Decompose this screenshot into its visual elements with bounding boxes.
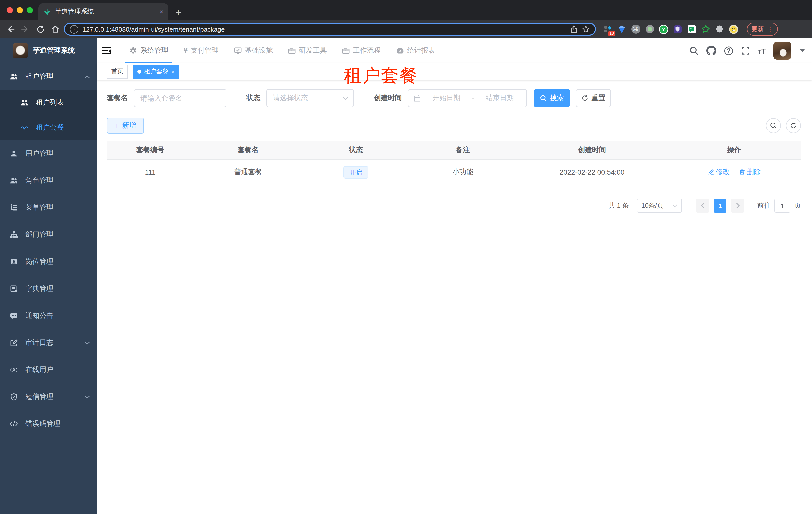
chevron-down-icon [85,341,90,345]
toolbox-icon [342,47,350,55]
users-icon [10,73,18,81]
extension-star-icon[interactable] [701,24,710,34]
fullscreen-icon[interactable] [741,46,751,55]
page-size-select[interactable]: 10条/页 [637,199,682,213]
monitor-icon [234,47,242,55]
close-window-button[interactable] [7,7,13,13]
sidebar-collapse-icon[interactable] [102,46,112,56]
sidebar-item-label: 部门管理 [26,230,54,239]
sidebar-item-menu-management[interactable]: 菜单管理 [0,194,97,221]
topnav-statistics[interactable]: 统计报表 [393,38,439,63]
code-icon [10,420,18,428]
back-icon[interactable] [4,23,17,35]
search-button[interactable]: 搜索 [534,89,570,107]
toolbox-icon [288,47,296,55]
traffic-lights[interactable] [7,7,33,13]
tag-close-icon[interactable]: × [172,68,175,74]
url-text[interactable]: 127.0.0.1:48080/admin-ui/system/tenant/p… [83,25,566,33]
create-time-label: 创建时间 [374,93,402,103]
chevron-down-icon [672,204,677,208]
browser-tab[interactable]: 芋道管理系统 × [38,3,169,20]
sidebar-submenu-tenant: 租户列表 租户套餐 [0,90,97,140]
edit-link[interactable]: 修改 [708,168,730,177]
sidebar-item-online-users[interactable]: 在线用户 [0,356,97,383]
page-number-current[interactable]: 1 [714,199,726,213]
total-count: 共 1 条 [609,201,629,210]
package-name-input[interactable] [134,89,227,107]
avatar[interactable] [774,42,791,59]
home-icon[interactable] [49,23,62,35]
refresh-table-icon-button[interactable] [786,118,801,133]
sidebar-item-tenant-package[interactable]: 租户套餐 [0,115,97,140]
sidebar-item-label: 菜单管理 [26,203,54,212]
tab-close-icon[interactable]: × [160,8,164,15]
goto-page-input[interactable] [775,199,790,213]
topnav-label: 支付管理 [191,46,219,55]
share-icon[interactable] [570,25,578,33]
date-range-picker[interactable]: 开始日期 - 结束日期 [408,89,527,107]
minimize-window-button[interactable] [17,7,23,13]
topnav-dev-tools[interactable]: 研发工具 [285,38,330,63]
sidebar-item-label: 租户套餐 [36,123,64,132]
sidebar-item-dictionary-management[interactable]: 字典管理 [0,275,97,302]
sidebar-item-tenant-management[interactable]: 租户管理 [0,63,97,90]
tag-label: 租户套餐 [145,67,169,76]
search-icon[interactable] [690,46,699,55]
start-date-placeholder[interactable]: 开始日期 [425,93,468,103]
reload-icon[interactable] [34,23,47,35]
sidebar-item-tenant-list[interactable]: 租户列表 [0,90,97,115]
show-search-icon-button[interactable] [766,118,781,133]
col-actions: 操作 [668,141,801,159]
add-button[interactable]: + 新增 [107,117,144,134]
extension-shield-icon[interactable] [673,24,683,34]
tab-title: 芋道管理系统 [55,7,156,16]
url-bar[interactable]: i 127.0.0.1:48080/admin-ui/system/tenant… [64,23,596,35]
zoom-window-button[interactable] [27,7,33,13]
browser-update-button[interactable]: 更新 ⋮ [747,23,778,35]
refresh-icon [581,94,588,102]
dropdown-caret-icon[interactable] [800,49,805,52]
delete-link[interactable]: 删除 [739,168,761,177]
gear-icon [129,46,138,55]
bookmark-star-icon[interactable] [582,25,590,33]
text-size-icon[interactable]: TT [758,46,766,55]
sidebar-item-user-management[interactable]: 用户管理 [0,140,97,167]
next-page-button[interactable] [731,199,744,213]
sidebar-item-role-management[interactable]: 角色管理 [0,167,97,194]
table-tools [766,118,801,133]
status-badge[interactable]: 开启 [344,166,369,179]
sidebar-item-notice[interactable]: 通知公告 [0,302,97,329]
extension-chat-icon[interactable] [687,24,696,34]
extension-gem-icon[interactable] [617,24,627,34]
topnav-payment-management[interactable]: ¥ 支付管理 [180,38,223,63]
topnav-workflow[interactable]: 工作流程 [339,38,384,63]
sidebar-item-post-management[interactable]: 岗位管理 [0,248,97,275]
sidebar-item-department-management[interactable]: 部门管理 [0,221,97,248]
extension-command-icon[interactable]: ⌘ [631,24,640,34]
new-tab-button[interactable]: + [175,7,181,17]
extension-record-icon[interactable] [645,24,655,34]
topnav-system-management[interactable]: 系统管理 [125,38,172,63]
kebab-menu-icon[interactable]: ⋮ [767,25,774,33]
extension-y-icon[interactable]: Y [659,24,668,34]
profile-smiley-icon[interactable] [729,24,738,34]
sidebar-item-error-code[interactable]: 错误码管理 [0,410,97,437]
github-icon[interactable] [706,46,717,56]
sidebar-item-label: 用户管理 [26,149,54,158]
prev-page-button[interactable] [696,199,709,213]
reset-button[interactable]: 重置 [576,89,611,107]
sidebar-item-audit-log[interactable]: 审计日志 [0,329,97,356]
tag-tenant-package[interactable]: 租户套餐 × [133,64,179,78]
extension-grid-icon[interactable]: 10 [603,24,612,34]
topnav-infrastructure[interactable]: 基础设施 [231,38,277,63]
sidebar-item-sms-management[interactable]: 短信管理 [0,383,97,410]
sidebar-logo[interactable]: 芋道管理系统 [0,38,97,63]
extensions-puzzle-icon[interactable] [715,24,725,34]
status-select[interactable]: 请选择状态 [266,89,354,107]
help-icon[interactable] [724,46,733,55]
site-info-icon[interactable]: i [70,25,79,33]
tag-home[interactable]: 首页 [107,64,128,78]
forward-icon[interactable] [19,23,32,35]
end-date-placeholder[interactable]: 结束日期 [478,93,522,103]
page-content: 套餐名 状态 请选择状态 创建时间 开始日期 - 结束日期 [97,80,812,514]
